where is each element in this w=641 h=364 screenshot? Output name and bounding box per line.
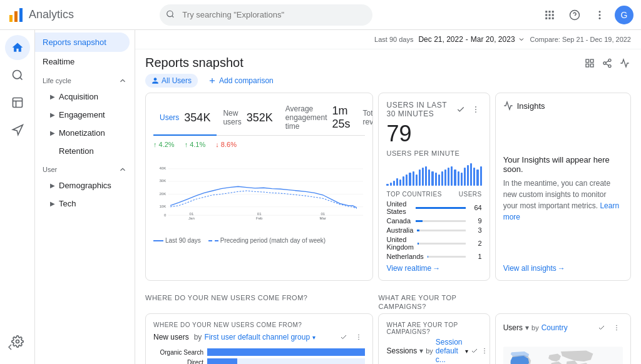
avatar[interactable]: G	[615, 6, 633, 24]
mini-bar	[441, 171, 443, 186]
top-campaigns-section: WHAT ARE YOUR TOP CAMPAIGNS?	[378, 293, 495, 311]
insights-empty-msg: Your Insights will appear here soon.	[503, 155, 623, 174]
home-icon[interactable]	[5, 35, 30, 60]
camp-chevron-icon: ▾	[465, 348, 468, 355]
date-range-picker[interactable]: Dec 21, 2022 - Mar 20, 2023	[418, 35, 525, 44]
sidebar-item-acquisition[interactable]: ▶ Acquisition	[35, 88, 135, 106]
sidebar-item-tech[interactable]: ▶ Tech	[35, 195, 135, 213]
mini-bar	[425, 166, 427, 186]
svg-point-31	[603, 62, 606, 64]
search-input[interactable]	[160, 4, 372, 26]
user-collapse-icon[interactable]	[118, 165, 127, 174]
grid-icon[interactable]	[540, 5, 560, 25]
mini-bar	[461, 173, 463, 186]
arrow-right-icon: →	[558, 264, 565, 273]
hbar-row: Organic Search	[153, 348, 365, 356]
main-content: Last 90 days Dec 21, 2022 - Mar 20, 2023…	[135, 30, 641, 364]
share-icon[interactable]	[601, 57, 613, 69]
range-label: Last 90 days	[374, 36, 413, 43]
acq-check-icon[interactable]	[337, 331, 350, 343]
topbar: Analytics G	[0, 0, 641, 30]
svg-point-19	[13, 71, 21, 79]
mini-bar	[451, 166, 453, 186]
realtime-check-icon[interactable]	[454, 103, 467, 116]
reports-icon[interactable]	[5, 90, 30, 115]
help-icon[interactable]	[565, 5, 585, 25]
lifecycle-collapse-icon[interactable]	[118, 76, 127, 85]
view-insights-btn[interactable]: View all insights →	[503, 259, 623, 273]
mini-bar	[393, 181, 395, 186]
mini-bar	[403, 176, 404, 186]
mini-bar	[476, 169, 478, 186]
more-icon[interactable]	[590, 5, 610, 25]
expand-icon: ▶	[50, 93, 55, 100]
metrics-changes: ↑ 4.2% ↑ 4.1% ↓ 8.6%	[153, 141, 365, 148]
analytics-logo-icon	[8, 6, 25, 24]
tab-avg-engagement[interactable]: Average engagement time 1m 25s	[279, 101, 357, 136]
insights-header-icon[interactable]	[618, 57, 631, 69]
country-bar-fill	[416, 207, 466, 209]
svg-point-16	[598, 11, 600, 13]
mini-bar	[396, 178, 398, 186]
svg-point-32	[608, 64, 611, 67]
svg-point-60	[484, 350, 485, 351]
hbar-wrap	[207, 358, 365, 364]
legend-current: Last 90 days	[165, 237, 201, 244]
mini-bar	[431, 171, 433, 186]
add-comparison-btn[interactable]: Add comparison	[203, 74, 279, 88]
avg-engagement-change: ↓ 8.6%	[215, 141, 237, 148]
chevron-down-icon	[518, 36, 525, 43]
mini-bar	[390, 183, 392, 186]
explore-icon[interactable]	[5, 118, 30, 143]
tab-total-revenue[interactable]: Total revenue $0.00	[357, 101, 374, 136]
svg-rect-28	[590, 64, 593, 67]
mini-bar	[444, 169, 446, 186]
country-row: United Kingdom 2	[386, 236, 481, 251]
legend-dashed-icon	[208, 240, 218, 241]
realtime-header: USERS IN LAST 30 MINUTES	[386, 101, 481, 118]
svg-text:Jan: Jan	[188, 216, 195, 220]
page-header: Reports snapshot	[135, 49, 641, 74]
svg-rect-10	[552, 14, 554, 16]
svg-text:20K: 20K	[159, 191, 166, 196]
acq-section-title: WHERE DO YOUR NEW USERS COME FROM?	[153, 321, 365, 328]
svg-point-57	[359, 336, 360, 338]
date-to: Mar 20, 2023	[471, 35, 515, 44]
expand-icon: ▶	[50, 111, 55, 118]
sidebar-item-retention[interactable]: Retention	[35, 142, 135, 160]
country-bar-fill	[428, 256, 428, 258]
acq-dropdown[interactable]: New users by First user default channel …	[153, 331, 365, 343]
tab-new-users[interactable]: New users 352K	[217, 101, 279, 136]
tab-users[interactable]: Users 354K	[153, 101, 217, 136]
search-left-icon[interactable]	[5, 63, 30, 88]
camp-sessions-label: Sessions	[386, 346, 417, 355]
sidebar-item-reports-snapshot[interactable]: Reports snapshot	[35, 33, 130, 52]
realtime-more-icon[interactable]	[469, 103, 482, 116]
acq-more-icon[interactable]	[352, 331, 365, 343]
camp-check-icon[interactable]	[471, 345, 478, 357]
countries-more-icon[interactable]	[610, 321, 623, 334]
chart-legend: Last 90 days Preceding period (match day…	[153, 235, 365, 244]
share-view-icon[interactable]	[583, 57, 596, 69]
svg-point-18	[598, 17, 600, 19]
country-bar-wrap	[416, 207, 466, 209]
all-users-chip[interactable]: All Users	[145, 74, 198, 88]
page-title: Reports snapshot	[145, 56, 244, 70]
mini-bar	[454, 169, 456, 186]
countries-check-icon[interactable]	[595, 321, 608, 334]
svg-rect-2	[19, 8, 23, 22]
sidebar-item-realtime[interactable]: Realtime	[35, 52, 130, 71]
svg-point-30	[608, 59, 611, 61]
top-countries-title: TOP COUNTRIES	[386, 191, 441, 198]
camp-more-icon[interactable]	[481, 345, 488, 357]
view-realtime-btn[interactable]: View realtime →	[386, 264, 481, 273]
country-row: Netherlands 1	[386, 253, 481, 260]
mini-bar	[473, 168, 475, 186]
section-headers: WHERE DO YOUR NEW USERS COME FROM? WHAT …	[135, 286, 641, 313]
sidebar-item-demographics[interactable]: ▶ Demographics	[35, 176, 135, 195]
search-bar[interactable]	[160, 4, 372, 26]
sidebar-item-monetization[interactable]: ▶ Monetization	[35, 124, 135, 142]
sidebar-item-engagement[interactable]: ▶ Engagement	[35, 106, 135, 124]
insights-card: Insights Your Insights will appear here …	[495, 93, 631, 281]
hbar-fill	[207, 358, 237, 364]
